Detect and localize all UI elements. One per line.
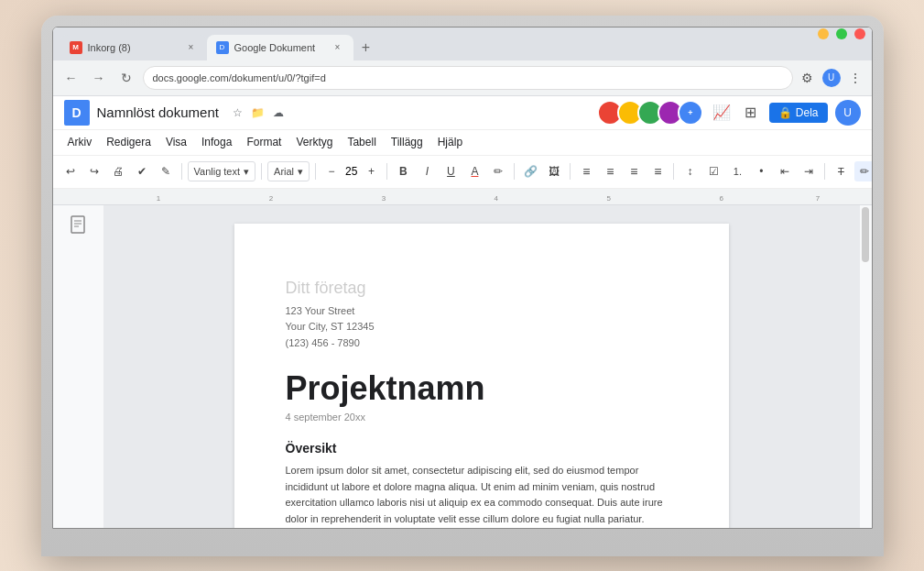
underline-button[interactable]: U: [440, 161, 461, 181]
paint-format-button[interactable]: ✎: [156, 161, 176, 181]
align-center-button[interactable]: ≡: [600, 161, 620, 181]
minimize-button[interactable]: [818, 28, 829, 39]
toolbar-right: ✏ ▲: [854, 161, 871, 181]
ruler-mark-2: 2: [269, 194, 273, 203]
menu-verktyg[interactable]: Verktyg: [288, 132, 340, 152]
align-left-button[interactable]: ≡: [576, 161, 596, 181]
font-color-icon: A: [471, 165, 478, 178]
menu-infoga[interactable]: Infoga: [194, 132, 239, 152]
close-button[interactable]: [854, 28, 865, 39]
tab-bar: M Inkorg (8) × D Google Dokument × +: [53, 27, 872, 60]
image-button[interactable]: 🖼: [544, 161, 564, 181]
docs-tab-label: Google Dokument: [234, 42, 326, 53]
line-spacing-button[interactable]: ↕: [679, 161, 700, 181]
menu-tillagg[interactable]: Tillägg: [384, 132, 430, 152]
left-sidebar: [53, 205, 104, 529]
print-button[interactable]: 🖨: [108, 161, 128, 181]
numbering-button[interactable]: 1.: [727, 161, 747, 181]
ruler-inner: 1 2 3 4 5 6 7: [60, 189, 864, 204]
bold-button[interactable]: B: [393, 161, 413, 181]
ruler-mark-5: 5: [607, 194, 611, 203]
font-dropdown[interactable]: Arial ▾: [267, 161, 310, 181]
grid-icon[interactable]: ⊞: [740, 102, 762, 124]
font-size-decrease[interactable]: −: [321, 161, 342, 181]
menu-redigera[interactable]: Redigera: [99, 132, 158, 152]
new-tab-button[interactable]: +: [353, 35, 379, 60]
link-button[interactable]: 🔗: [520, 161, 540, 181]
separator-6: [570, 163, 571, 180]
laptop-body: M Inkorg (8) × D Google Dokument × + ← →…: [41, 16, 884, 556]
clear-format-button[interactable]: T: [831, 161, 851, 181]
spell-check-button[interactable]: ✔: [132, 161, 152, 181]
ruler-mark-1: 1: [157, 194, 160, 203]
more-icon[interactable]: ⋮: [846, 69, 864, 87]
graph-icon[interactable]: 📈: [711, 102, 733, 124]
justify-button[interactable]: ≡: [647, 161, 668, 181]
italic-button[interactable]: I: [417, 161, 437, 181]
menu-format[interactable]: Format: [239, 132, 288, 152]
doc-page: Ditt företag 123 Your Street Your City, …: [234, 224, 729, 529]
sidebar-doc-icon[interactable]: [68, 214, 88, 235]
back-button[interactable]: ←: [60, 67, 82, 89]
menu-arkiv[interactable]: Arkiv: [60, 132, 100, 152]
checklist-button[interactable]: ☑: [703, 161, 723, 181]
tab-gmail[interactable]: M Inkorg (8) ×: [60, 35, 207, 60]
project-date: 4 september 20xx: [286, 412, 678, 423]
bullets-button[interactable]: •: [751, 161, 771, 181]
font-size-value: 25: [345, 165, 357, 178]
share-button[interactable]: 🔒 Dela: [769, 103, 828, 123]
cloud-icon[interactable]: ☁: [270, 104, 287, 121]
doc-area: Ditt företag 123 Your Street Your City, …: [53, 205, 872, 529]
gmail-tab-label: Inkorg (8): [88, 42, 179, 53]
forward-button[interactable]: →: [88, 67, 110, 89]
font-size-increase[interactable]: +: [361, 161, 381, 181]
toolbar: ↩ ↪ 🖨 ✔ ✎ Vanlig text ▾ Arial ▾ − 25 +: [53, 156, 872, 189]
menu-visa[interactable]: Visa: [158, 132, 194, 152]
highlight-button[interactable]: ✏: [488, 161, 508, 181]
address-bar[interactable]: docs.google.com/dokument/u/0/?tgif=d: [143, 66, 793, 90]
gmail-tab-close[interactable]: ×: [185, 41, 198, 54]
docs-favicon: D: [216, 41, 229, 54]
address-line3: (123) 456 - 7890: [286, 335, 678, 352]
project-title: Projektnamn: [286, 369, 678, 408]
maximize-button[interactable]: [836, 28, 847, 39]
browser-icons: ⚙ U ⋮: [799, 69, 864, 87]
profile-icon[interactable]: U: [822, 69, 841, 87]
folder-icon[interactable]: 📁: [250, 104, 266, 121]
svg-rect-0: [71, 216, 84, 233]
user-avatar[interactable]: U: [835, 100, 861, 126]
doc-scroll[interactable]: Ditt företag 123 Your Street Your City, …: [104, 205, 859, 529]
star-icon[interactable]: ☆: [230, 104, 246, 121]
address-line2: Your City, ST 12345: [286, 319, 678, 335]
font-chevron: ▾: [298, 166, 303, 178]
font-color-button[interactable]: A: [464, 161, 484, 181]
menu-hjalp[interactable]: Hjälp: [430, 132, 470, 152]
menu-bar: Arkiv Redigera Visa Infoga Format Verkty…: [53, 130, 872, 156]
refresh-button[interactable]: ↻: [115, 67, 137, 89]
laptop-screen: M Inkorg (8) × D Google Dokument × + ← →…: [52, 27, 873, 529]
menu-tabell[interactable]: Tabell: [340, 132, 383, 152]
undo-button[interactable]: ↩: [60, 161, 81, 181]
separator-8: [824, 163, 825, 180]
ruler-mark-6: 6: [719, 194, 723, 203]
redo-button[interactable]: ↪: [84, 161, 104, 181]
user-avatar-initial: U: [843, 106, 852, 119]
separator-4: [386, 163, 387, 180]
doc-title: Namnlöst dokument: [97, 104, 219, 120]
docs-tab-close[interactable]: ×: [332, 41, 344, 54]
align-right-button[interactable]: ≡: [624, 161, 644, 181]
style-dropdown[interactable]: Vanlig text ▾: [188, 161, 256, 181]
ruler: 1 2 3 4 5 6 7: [53, 189, 872, 205]
scroll-thumb[interactable]: [862, 207, 869, 262]
separator-7: [673, 163, 674, 180]
gmail-favicon: M: [70, 41, 82, 54]
style-label: Vanlig text: [194, 166, 241, 177]
indent-more-button[interactable]: ⇥: [799, 161, 819, 181]
font-label: Arial: [274, 166, 294, 177]
pen-mode-button[interactable]: ✏: [854, 161, 871, 181]
tab-docs[interactable]: D Google Dokument ×: [207, 35, 353, 60]
indent-less-button[interactable]: ⇤: [775, 161, 795, 181]
avatar-stack: +: [597, 100, 703, 126]
extensions-icon[interactable]: ⚙: [799, 69, 817, 87]
lock-icon: 🔒: [778, 106, 792, 119]
